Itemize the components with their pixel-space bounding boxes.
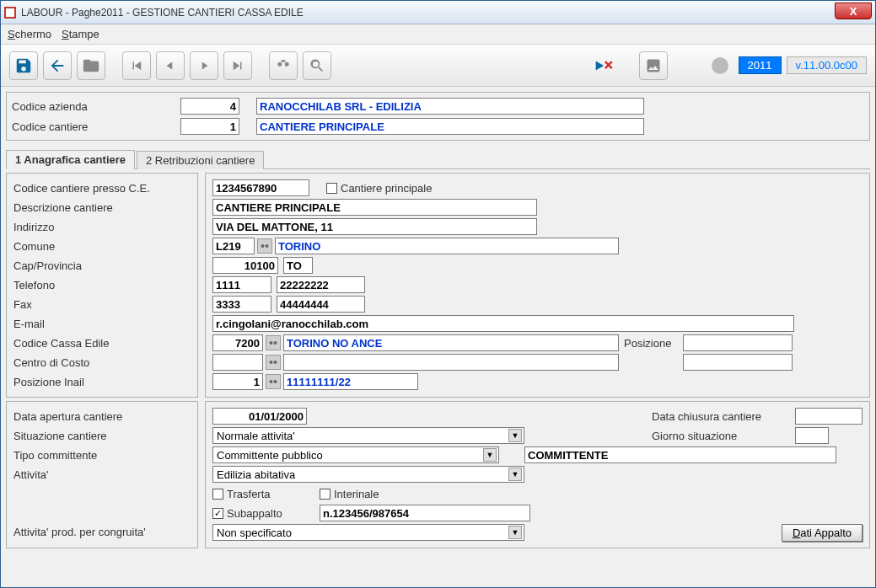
posizione-label: Posizione [624,337,683,350]
close-button[interactable]: X [835,3,872,19]
menu-schermo[interactable]: Schermo [8,28,51,40]
email-label: E-mail [13,318,191,330]
svg-point-7 [274,380,277,383]
lookup-inail-icon[interactable] [266,374,281,389]
menubar: Schermo Stampe [1,24,875,45]
situazione-select[interactable]: Normale attivita'▼ [212,427,524,444]
year-badge: 2011 [739,56,782,74]
tabs: 1 Anagrafica cantiere 2 Retribuzioni can… [6,147,870,169]
svg-point-3 [274,341,277,345]
window-title: LABOUR - Paghe2011 - GESTIONE CANTIERI C… [21,7,304,19]
nav-last-button[interactable] [223,51,252,80]
cassa-label: Codice Cassa Edile [13,337,191,350]
tab-anagrafica[interactable]: 1 Anagrafica cantiere [6,150,135,169]
save-button[interactable] [9,51,38,80]
dati-appalto-button[interactable]: Dati Appalto [782,524,863,542]
menu-stampe[interactable]: Stampe [62,28,99,40]
prov-input[interactable]: TO [283,257,313,274]
subappalto-checkbox[interactable] [212,508,223,519]
inail-label: Posizione Inail [13,376,191,388]
lookup-cassa-icon[interactable] [266,335,281,350]
cantiere-principale-checkbox[interactable] [326,183,337,194]
nav-first-button[interactable] [122,51,151,80]
centro-label: Centro di Costo [13,356,191,369]
toolbar: 2011 v.11.00.0c00 [1,45,875,87]
congruita-label: Attivita' prod. per congruita' [13,526,191,538]
search-button[interactable] [303,51,331,80]
centro-extra-input[interactable] [683,354,793,371]
svg-point-0 [261,244,265,248]
svg-point-6 [270,380,273,383]
lookup-centro-icon[interactable] [266,355,281,370]
giorno-input[interactable] [795,427,829,444]
subappalto-input[interactable]: n.123456/987654 [320,505,530,521]
azienda-desc: RANOCCHILAB SRL - EDILIZIA [256,98,644,115]
form-area: Codice cantiere presso C.E. Descrizione … [6,173,870,582]
svg-point-1 [266,244,269,248]
lookup-comune-icon[interactable] [257,238,272,254]
tipo-comm-select[interactable]: Committente pubblico▼ [212,446,499,463]
cap-input[interactable]: 10100 [212,257,278,274]
flag-delete-icon[interactable] [590,51,619,80]
tab-retribuzioni[interactable]: 2 Retribuzioni cantiere [137,151,264,169]
descrizione-label: Descrizione cantiere [13,201,191,214]
inail-value: 11111111/22 [283,373,418,390]
tel1-input[interactable]: 1111 [212,276,271,293]
interinale-checkbox[interactable] [320,489,331,500]
trasferta-checkbox[interactable] [212,489,223,500]
image-button[interactable] [639,51,668,80]
fax2-input[interactable]: 44444444 [277,296,365,313]
data-chiusura-label: Data chiusura cantiere [652,410,795,423]
codice-azienda-label: Codice azienda [12,100,180,113]
indirizzo-label: Indirizzo [13,221,191,233]
folder-button[interactable] [77,51,105,80]
codice-azienda-input[interactable]: 4 [180,98,239,115]
situazione-label: Situazione cantiere [13,430,191,442]
svg-point-4 [270,361,273,364]
header-panel: Codice azienda 4 RANOCCHILAB SRL - EDILI… [6,92,870,141]
tel2-input[interactable]: 22222222 [277,276,365,293]
svg-point-5 [274,361,277,364]
data-chiusura-input[interactable] [795,408,863,425]
telefono-label: Telefono [13,279,191,291]
binoculars-button[interactable] [269,51,298,80]
nav-prev-button[interactable] [156,51,185,80]
comune-code-input[interactable]: L219 [212,238,255,254]
data-apertura-label: Data apertura cantiere [13,410,191,423]
attivita-label: Attivita' [13,468,191,481]
email-input[interactable]: r.cingolani@ranocchilab.com [212,315,794,332]
comune-name: TORINO [275,238,619,254]
back-button[interactable] [43,51,72,80]
giorno-label: Giorno situazione [652,430,795,442]
nav-next-button[interactable] [190,51,218,80]
codice-ce-input[interactable]: 1234567890 [212,179,309,196]
codice-cantiere-label: Codice cantiere [12,120,180,133]
labels-panel-2: Data apertura cantiere Situazione cantie… [6,401,198,548]
indirizzo-input[interactable]: VIA DEL MATTONE, 11 [212,218,537,235]
version-badge: v.11.00.0c00 [787,56,867,74]
fax1-input[interactable]: 3333 [212,296,271,313]
attivita-select[interactable]: Edilizia abitativa▼ [212,466,524,483]
fax-label: Fax [13,298,191,311]
data-apertura-input[interactable]: 01/01/2000 [212,408,307,425]
labels-panel-1: Codice cantiere presso C.E. Descrizione … [6,173,198,398]
interinale-label: Interinale [334,488,379,500]
centro-code-input[interactable] [212,354,263,371]
subappalto-label: Subappalto [227,507,320,520]
inputs-panel-2: 01/01/2000 Data chiusura cantiere Normal… [205,401,870,548]
comune-label: Comune [13,240,191,253]
cassa-code-input[interactable]: 7200 [212,334,263,351]
descrizione-input[interactable]: CANTIERE PRINCIPALE [212,199,537,216]
codice-cantiere-input[interactable]: 1 [180,118,239,135]
content-area: Codice azienda 4 RANOCCHILAB SRL - EDILI… [1,87,875,587]
posizione-input[interactable] [683,334,793,351]
status-indicator [712,57,728,74]
trasferta-label: Trasferta [227,488,320,500]
titlebar: LABOUR - Paghe2011 - GESTIONE CANTIERI C… [1,1,875,24]
inail-code-input[interactable]: 1 [212,373,263,390]
svg-point-2 [270,341,273,345]
committente-input[interactable]: COMMITTENTE [524,446,836,463]
congruita-select[interactable]: Non specificato▼ [212,524,524,541]
cantiere-desc: CANTIERE PRINCIPALE [256,118,644,135]
centro-name [283,354,619,371]
